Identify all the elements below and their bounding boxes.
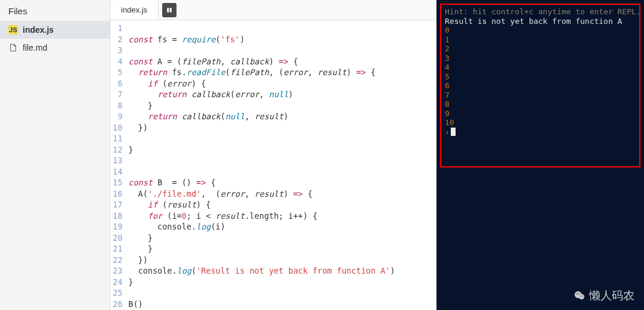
file-icon <box>8 43 18 52</box>
code-line: }) <box>128 122 395 134</box>
terminal-number: 5 <box>445 72 636 82</box>
terminal-number: 3 <box>445 54 636 63</box>
code-line <box>128 23 395 34</box>
terminal-number: 2 <box>445 44 636 54</box>
watermark: 懒人码农 <box>574 290 634 302</box>
code-line: if (error) { <box>128 78 395 89</box>
terminal-result: Result is not yet back from function A <box>445 17 636 26</box>
code-line: console.log(i) <box>128 221 395 232</box>
terminal-number: 9 <box>445 109 636 119</box>
terminal-number: 7 <box>445 91 636 100</box>
code-line: B() <box>128 299 395 310</box>
code-line: for (i=0; i < result.length; i++) { <box>128 210 395 222</box>
code-line: const fs = require('fs') <box>128 34 395 45</box>
code-line: return callback(null, result) <box>128 111 395 122</box>
svg-rect-0 <box>167 8 169 13</box>
code-line: const B = () => { <box>128 177 395 188</box>
code-line: } <box>128 100 395 111</box>
code-line: } <box>128 232 395 244</box>
file-item-indexjs[interactable]: JS index.js <box>0 21 110 39</box>
code-line <box>128 287 395 299</box>
terminal-number: 1 <box>445 35 636 45</box>
svg-point-5 <box>578 293 580 294</box>
code-line: A('./file.md', (error, result) => { <box>128 188 395 200</box>
code-line <box>128 45 395 56</box>
cursor-icon <box>451 128 456 136</box>
run-button[interactable] <box>162 3 177 17</box>
code-content: const fs = require('fs') const A = (file… <box>128 20 395 310</box>
terminal-number: 4 <box>445 63 636 72</box>
code-line: } <box>128 277 395 288</box>
js-icon: JS <box>8 25 18 35</box>
file-item-label: file.md <box>23 43 47 52</box>
line-gutter: 1234567891011121314151617181920212223242… <box>110 20 128 310</box>
watermark-text: 懒人码农 <box>589 291 634 300</box>
tab-indexjs[interactable]: index.js <box>110 1 159 19</box>
svg-point-7 <box>582 296 583 296</box>
sidebar: Files JS index.js file.md <box>0 0 110 310</box>
svg-point-6 <box>580 296 581 296</box>
code-line: }) <box>128 255 395 266</box>
editor-pane: index.js 1234567891011121314151617181920… <box>110 0 436 310</box>
file-item-label: index.js <box>23 25 54 35</box>
svg-point-4 <box>577 293 578 294</box>
code-line: return fs.readFile(filePath, (error, res… <box>128 67 395 78</box>
terminal-hint: Hint: hit control+c anytime to enter REP… <box>445 7 636 17</box>
terminal-output[interactable]: Hint: hit control+c anytime to enter REP… <box>440 4 640 168</box>
code-editor[interactable]: 1234567891011121314151617181920212223242… <box>110 20 436 310</box>
terminal-pane: Hint: hit control+c anytime to enter REP… <box>436 0 644 310</box>
svg-rect-1 <box>170 8 172 13</box>
terminal-number: 10 <box>445 118 636 128</box>
tabs: index.js <box>110 0 436 20</box>
wechat-icon <box>574 290 586 302</box>
terminal-prompt[interactable]: › <box>445 128 636 137</box>
code-line <box>128 133 395 144</box>
terminal-number: 8 <box>445 100 636 109</box>
terminal-number: 6 <box>445 81 636 91</box>
sidebar-title: Files <box>0 0 110 21</box>
svg-point-3 <box>579 294 584 299</box>
code-line: if (result) { <box>128 199 395 210</box>
code-line <box>128 155 395 166</box>
terminal-number: 0 <box>445 26 636 35</box>
code-line: } <box>128 243 395 255</box>
code-line <box>128 166 395 178</box>
code-line: return callback(error, null) <box>128 89 395 100</box>
code-line: const A = (filePath, callback) => { <box>128 56 395 67</box>
code-line: console.log('Result is not yet back from… <box>128 265 395 277</box>
file-item-filemd[interactable]: file.md <box>0 39 110 57</box>
code-line: } <box>128 144 395 156</box>
file-list: JS index.js file.md <box>0 21 110 57</box>
